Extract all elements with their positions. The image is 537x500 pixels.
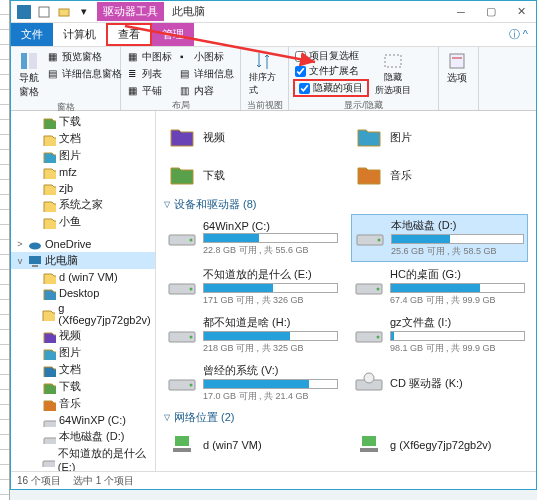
layout-content[interactable]: ▥内容 [177,83,237,99]
dl-icon [167,160,197,190]
drive-icon [42,413,56,427]
hide-selected-button[interactable]: 隐藏 所选项目 [371,49,415,99]
tree-node[interactable]: 文档 [11,130,155,147]
layout-tiles[interactable]: ▦平铺 [125,83,175,99]
layout-details[interactable]: ▤详细信息 [177,66,237,82]
tree-node[interactable]: d (win7 VM) [11,269,155,285]
maximize-button[interactable]: ▢ [476,1,506,23]
layout-small-icons[interactable]: ▪小图标 [177,49,237,65]
folder-item[interactable]: 图片 [351,119,528,155]
tree-node[interactable]: mfz [11,164,155,180]
drive-item[interactable]: 都不知道是啥 (H:)218 GB 可用 , 共 325 GB [164,312,341,358]
navigation-tree[interactable]: 下载文档图片mfzzjb系统之家小鱼>OneDrivev此电脑d (win7 V… [11,111,156,471]
drive-item[interactable]: 不知道放的是什么 (E:)171 GB 可用 , 共 326 GB [164,264,341,310]
tree-node[interactable]: 下载 [11,113,155,130]
netloc-item[interactable]: d (win7 VM) [164,427,341,463]
item-name: HC的桌面 (G:) [390,267,525,282]
svg-rect-26 [44,421,56,427]
tree-node[interactable]: 系统之家 [11,196,155,213]
netloc-item[interactable]: g (Xf6egy7jp72gb2v) [351,427,528,463]
network-drive-icon [167,430,197,460]
item-name: 下载 [203,168,338,183]
drive-icon [354,368,384,398]
svg-rect-36 [173,135,181,143]
tree-node[interactable]: 文档 [11,361,155,378]
group-view-label: 当前视图 [245,99,284,112]
section-drives[interactable]: ▽设备和驱动器 (8) [164,197,528,212]
drive-item[interactable]: gz文件盘 (I:)98.1 GB 可用 , 共 99.9 GB [351,312,528,358]
sort-button[interactable]: 排序方式 [245,49,284,99]
folder-item[interactable]: 音乐 [351,157,528,193]
folder-icon [42,215,56,229]
doc-icon [42,363,56,377]
tree-node[interactable]: >OneDrive [11,236,155,252]
qat-new-folder-icon[interactable] [55,3,73,21]
folder-item[interactable]: 下载 [164,157,341,193]
tree-node[interactable]: 图片 [11,344,155,361]
tree-node[interactable]: zjb [11,180,155,196]
item-sub: 171 GB 可用 , 共 326 GB [203,294,338,307]
svg-rect-30 [43,461,55,467]
qat-dropdown-icon[interactable]: ▾ [75,3,93,21]
tab-view[interactable]: 查看 [106,23,152,46]
drive-item[interactable]: 本地磁盘 (D:)25.6 GB 可用 , 共 58.5 GB [351,214,528,262]
folder-item[interactable]: 视频 [164,119,341,155]
tree-node[interactable]: 本地磁盘 (D:) [11,428,155,445]
layout-medium-icons[interactable]: ▦中图标 [125,49,175,65]
tree-node[interactable]: 图片 [11,147,155,164]
item-sub: 22.8 GB 可用 , 共 55.6 GB [203,244,338,257]
tree-node[interactable]: 小鱼 [11,213,155,230]
tab-file[interactable]: 文件 [11,23,53,46]
qat-properties-icon[interactable] [35,3,53,21]
minimize-button[interactable]: ─ [446,1,476,23]
tree-node[interactable]: 64WinXP (C:) [11,412,155,428]
pc-icon [28,254,42,268]
hidden-items-toggle[interactable]: 隐藏的项目 [297,81,365,95]
drive-item[interactable]: 64WinXP (C:)22.8 GB 可用 , 共 55.6 GB [164,214,341,262]
drive-item[interactable]: 曾经的系统 (V:)17.0 GB 可用 , 共 21.4 GB [164,360,341,406]
tab-computer[interactable]: 计算机 [53,23,106,46]
item-name: 视频 [203,130,338,145]
music-icon [354,160,384,190]
tree-label: 文档 [59,362,81,377]
tree-label: 本地磁盘 (D:) [59,429,124,444]
options-button[interactable]: 选项 [443,49,471,108]
tree-node[interactable]: 音乐 [11,395,155,412]
layout-list[interactable]: ≣列表 [125,66,175,82]
status-bar: 16 个项目 选中 1 个项目 [11,471,536,489]
usage-bar [203,233,338,243]
help-button[interactable]: ⓘ ^ [501,23,536,46]
close-button[interactable]: ✕ [506,1,536,23]
tree-node[interactable]: v此电脑 [11,252,155,269]
tree-node[interactable]: Desktop [11,285,155,301]
drive-icon [167,272,197,302]
preview-pane-button[interactable]: ▦预览窗格 [45,49,125,65]
tree-node[interactable]: g (Xf6egy7jp72gb2v) [11,301,155,327]
status-selected-count: 选中 1 个项目 [73,474,134,488]
usage-bar [390,331,525,341]
tree-label: 系统之家 [59,197,103,212]
content-pane[interactable]: 视频图片下载音乐 ▽设备和驱动器 (8) 64WinXP (C:)22.8 GB… [156,111,536,471]
section-netloc[interactable]: ▽网络位置 (2) [164,410,528,425]
item-name: CD 驱动器 (K:) [390,376,525,391]
drive-item[interactable]: CD 驱动器 (K:) [351,360,528,406]
svg-point-41 [190,239,193,242]
item-sub: 25.6 GB 可用 , 共 58.5 GB [391,245,524,258]
file-extensions-toggle[interactable]: 文件扩展名 [293,64,369,78]
tab-manage[interactable]: 管理 [152,23,194,46]
sort-icon [255,51,275,71]
tree-node[interactable]: 下载 [11,378,155,395]
svg-rect-58 [362,436,376,446]
drive-item[interactable]: HC的桌面 (G:)67.4 GB 可用 , 共 99.9 GB [351,264,528,310]
vid-icon [42,329,56,343]
tree-node[interactable]: 视频 [11,327,155,344]
tree-label: 小鱼 [59,214,81,229]
contextual-tab-label: 驱动器工具 [97,2,164,21]
svg-rect-1 [39,7,49,17]
nav-pane-button[interactable]: 导航窗格 [15,49,43,101]
tree-label: zjb [59,182,73,194]
ribbon-tabs: 文件 计算机 查看 管理 ⓘ ^ [11,23,536,47]
tree-node[interactable]: 不知道放的是什么 (E:) [11,445,155,471]
details-pane-button[interactable]: ▤详细信息窗格 [45,66,125,82]
item-checkboxes-toggle[interactable]: 项目复选框 [293,49,369,63]
